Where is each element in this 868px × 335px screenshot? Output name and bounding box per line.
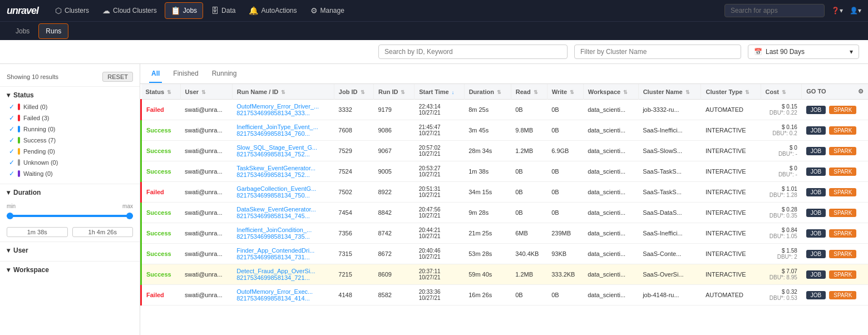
- status-unknown[interactable]: ✓ Unknown (0): [7, 157, 133, 168]
- col-cost[interactable]: Cost ⇅: [761, 84, 802, 100]
- user-filter-section: ▾ User: [0, 242, 140, 261]
- run-id-link[interactable]: 8217534699858134_414...: [236, 295, 329, 302]
- spark-button[interactable]: SPARK: [829, 250, 856, 258]
- run-id-link[interactable]: 8217534699858134_735...: [236, 233, 329, 240]
- run-id-link[interactable]: 8217534699858134_752...: [236, 151, 329, 157]
- status-success[interactable]: ✓ Success (7): [7, 135, 133, 146]
- run-name-link[interactable]: Slow_SQL_Stage_Event_G...: [236, 144, 329, 151]
- cell-run-id: 8609: [373, 264, 414, 285]
- spark-button[interactable]: SPARK: [829, 229, 856, 238]
- spark-button[interactable]: SPARK: [829, 188, 856, 196]
- spark-button[interactable]: SPARK: [829, 209, 856, 217]
- cell-read: 340.4KB: [511, 244, 547, 264]
- job-button[interactable]: JOB: [806, 147, 826, 155]
- job-button[interactable]: JOB: [806, 250, 826, 258]
- job-button[interactable]: JOB: [806, 168, 826, 176]
- cell-read: 0B: [511, 285, 547, 306]
- col-job-id[interactable]: Job ID ⇅: [334, 84, 373, 100]
- sub-nav-jobs[interactable]: Jobs: [9, 24, 36, 38]
- slider-thumb-left[interactable]: [7, 213, 13, 219]
- run-name-link[interactable]: DataSkew_EventGenerator...: [236, 206, 329, 213]
- run-id-link[interactable]: 8217534699858134_752...: [236, 171, 329, 178]
- run-id-link[interactable]: 8217534699858134_731...: [236, 254, 329, 260]
- run-name-link[interactable]: GarbageCollection_EventG...: [236, 185, 329, 192]
- filter-cluster-input[interactable]: [574, 45, 741, 59]
- job-button[interactable]: JOB: [806, 126, 826, 135]
- col-start-time[interactable]: Start Time ↓: [415, 84, 465, 100]
- job-button[interactable]: JOB: [806, 106, 826, 114]
- job-button[interactable]: JOB: [806, 229, 826, 238]
- status-killed[interactable]: ✓ Killed (0): [7, 101, 133, 112]
- user-filter-title[interactable]: ▾ User: [7, 247, 133, 254]
- tab-finished[interactable]: Finished: [171, 65, 200, 83]
- check-icon: ✓: [9, 136, 14, 144]
- run-name-link[interactable]: TaskSkew_EventGenerator...: [236, 165, 329, 171]
- workspace-filter-title[interactable]: ▾ Workspace: [7, 266, 133, 274]
- gear-icon[interactable]: ⚙: [858, 88, 864, 95]
- col-read[interactable]: Read ⇅: [511, 84, 547, 100]
- date-range-picker[interactable]: 📅 Last 90 Days ▾: [748, 45, 859, 59]
- col-run-name[interactable]: Run Name / ID ⇅: [232, 84, 334, 100]
- run-id-link[interactable]: 8217534699858134_760...: [236, 130, 329, 137]
- status-waiting[interactable]: ✓ Waiting (0): [7, 168, 133, 179]
- run-id-link[interactable]: 8217534699858134_333...: [236, 110, 329, 116]
- nav-data[interactable]: 🗄 Data: [205, 3, 241, 18]
- tab-all[interactable]: All: [149, 65, 162, 83]
- job-button[interactable]: JOB: [806, 188, 826, 196]
- run-id-link[interactable]: 8217534699858134_745...: [236, 213, 329, 219]
- job-button[interactable]: JOB: [806, 209, 826, 217]
- tab-running[interactable]: Running: [210, 65, 239, 83]
- col-run-id[interactable]: Run ID ⇅: [373, 84, 414, 100]
- status-pending[interactable]: ✓ Pending (0): [7, 146, 133, 157]
- run-name-link[interactable]: OutofMemory_Error_Driver_...: [236, 103, 329, 110]
- cell-job-id: 7356: [334, 223, 373, 244]
- spark-button[interactable]: SPARK: [829, 126, 856, 135]
- spark-button[interactable]: SPARK: [829, 106, 856, 114]
- run-id-link[interactable]: 8217534699858134_750...: [236, 192, 329, 199]
- data-icon: 🗄: [211, 6, 219, 15]
- spark-button[interactable]: SPARK: [829, 270, 856, 279]
- col-status[interactable]: Status ⇅: [141, 84, 181, 100]
- nav-user[interactable]: 👤▾: [850, 7, 861, 14]
- job-button[interactable]: JOB: [806, 291, 826, 299]
- spark-button[interactable]: SPARK: [829, 147, 856, 155]
- cell-duration: 28m 34s: [464, 141, 511, 161]
- col-cluster-type[interactable]: Cluster Type ⇅: [701, 84, 761, 100]
- col-duration[interactable]: Duration ⇅: [464, 84, 511, 100]
- sub-nav-runs[interactable]: Runs: [38, 23, 68, 39]
- col-write[interactable]: Write ⇅: [547, 84, 583, 100]
- status-text: Success: [146, 168, 171, 175]
- nav-autoactions[interactable]: 🔔 AutoActions: [243, 3, 302, 18]
- run-name-link[interactable]: OutofMemory_Error_Exec...: [236, 288, 329, 295]
- status-filter-title[interactable]: ▾ Status: [7, 91, 133, 99]
- spark-button[interactable]: SPARK: [829, 168, 856, 176]
- status-failed[interactable]: ✓ Failed (3): [7, 112, 133, 124]
- duration-slider[interactable]: min max: [7, 199, 133, 225]
- run-name-link[interactable]: Detect_Fraud_App_OverSi...: [236, 268, 329, 274]
- slider-max-value[interactable]: 1h 4m 26s: [72, 227, 134, 237]
- duration-filter-title[interactable]: ▾ Duration: [7, 189, 133, 196]
- slider-min-value[interactable]: 1m 38s: [7, 227, 68, 237]
- slider-thumb-right[interactable]: [126, 213, 133, 219]
- search-by-id-input[interactable]: [378, 45, 568, 59]
- run-name-link[interactable]: Inefficient_JoinType_Event_...: [236, 124, 329, 130]
- run-name-link[interactable]: Inefficient_JoinCondition_...: [236, 226, 329, 233]
- run-name-link[interactable]: Finder_App_ContendedDri...: [236, 247, 329, 254]
- app-search-input[interactable]: [724, 4, 825, 17]
- nav-help[interactable]: ❓▾: [831, 7, 843, 14]
- nav-manage[interactable]: ⚙ Manage: [305, 3, 350, 18]
- nav-jobs[interactable]: 📋 Jobs: [165, 2, 203, 19]
- cell-workspace: data_scienti...: [583, 120, 638, 141]
- job-button[interactable]: JOB: [806, 270, 826, 279]
- reset-button[interactable]: RESET: [102, 72, 133, 82]
- nav-cloud-clusters[interactable]: ☁ Cloud Clusters: [97, 3, 162, 18]
- status-running[interactable]: ✓ Running (0): [7, 124, 133, 135]
- col-user[interactable]: User ⇅: [180, 84, 232, 100]
- spark-button[interactable]: SPARK: [829, 291, 856, 299]
- run-id-link[interactable]: 8217534699858134_721...: [236, 274, 329, 281]
- cell-cluster-name: SaaS-SlowS...: [638, 141, 701, 161]
- col-workspace[interactable]: Workspace ⇅: [583, 84, 638, 100]
- col-cluster-name[interactable]: Cluster Name ⇅: [638, 84, 701, 100]
- showing-results: Showing 10 results: [7, 73, 58, 80]
- nav-clusters[interactable]: ⬡ Clusters: [50, 3, 95, 18]
